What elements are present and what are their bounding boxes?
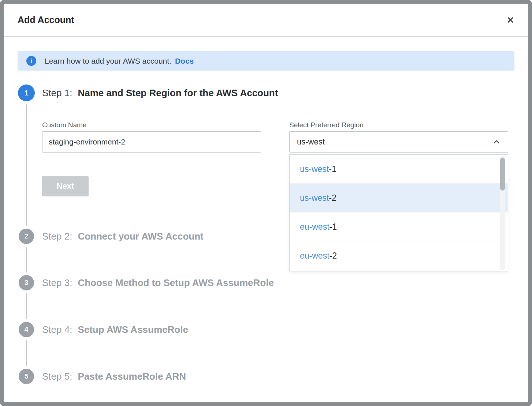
step-4-title: Setup AWS AssumeRole — [78, 324, 188, 335]
next-button[interactable]: Next — [42, 176, 89, 196]
docs-link[interactable]: Docs — [175, 57, 194, 65]
step-3-badge: 3 — [19, 275, 34, 290]
banner-text: Learn how to add your AWS account. — [45, 57, 171, 65]
step-1-number: 1 — [24, 89, 29, 97]
region-option-us-west-1[interactable]: us-west-1 — [290, 155, 508, 184]
dropdown-scrollbar-track[interactable] — [500, 156, 505, 270]
close-icon[interactable]: ✕ — [506, 15, 514, 25]
step-4-label: Step 4: — [42, 324, 72, 335]
option-rest-text: -1 — [329, 164, 336, 174]
option-match-text: eu-west — [300, 251, 330, 261]
step-2-header: Step 2: Connect your AWS Account — [42, 228, 204, 245]
option-rest-text: -2 — [330, 251, 337, 261]
step-5-label: Step 5: — [42, 371, 72, 382]
step-1-badge: 1 — [18, 84, 35, 101]
step-5-number: 5 — [25, 372, 29, 380]
dropdown-scrollbar-thumb[interactable] — [500, 158, 505, 191]
step-4-number: 4 — [25, 326, 29, 334]
custom-name-input[interactable] — [42, 131, 261, 153]
custom-name-label: Custom Name — [42, 121, 86, 129]
option-rest-text: -2 — [329, 193, 336, 203]
region-dropdown-list: us-west-1 us-west-2 eu-west-1 eu-west-2 — [289, 154, 508, 271]
region-option-eu-west-1[interactable]: eu-west-1 — [290, 213, 508, 241]
preferred-region-select[interactable]: us-west — [289, 131, 508, 153]
region-option-us-west-2[interactable]: us-west-2 — [290, 184, 508, 213]
info-icon: i — [26, 56, 36, 66]
step-connector-4 — [26, 340, 27, 366]
modal-frame: Add Account ✕ i Learn how to add your AW… — [0, 0, 532, 406]
step-connector-2 — [26, 247, 27, 272]
step-2-number: 2 — [25, 232, 29, 240]
option-match-text: eu-west — [300, 222, 330, 232]
step-3-label: Step 3: — [42, 277, 72, 289]
step-5-header: Step 5: Paste AssumeRole ARN — [42, 368, 186, 385]
step-3-header: Step 3: Choose Method to Setup AWS Assum… — [42, 274, 274, 291]
step-2-badge: 2 — [19, 229, 34, 244]
step-5-title: Paste AssumeRole ARN — [78, 371, 186, 382]
preferred-region-label: Select Preferred Region — [289, 121, 364, 129]
step-1-title: Name and Step Region for the AWS Account — [78, 87, 278, 99]
step-1-label: Step 1: — [42, 87, 72, 99]
step-connector-3 — [26, 293, 27, 319]
chevron-up-icon — [492, 137, 501, 147]
info-banner: i Learn how to add your AWS account. Doc… — [18, 51, 514, 71]
modal-title: Add Account — [18, 15, 74, 25]
preferred-region-value: us-west — [297, 137, 325, 147]
step-3-title: Choose Method to Setup AWS AssumeRole — [78, 277, 274, 289]
step-3-number: 3 — [25, 279, 29, 287]
step-2-label: Step 2: — [42, 231, 72, 242]
step-2-title: Connect your AWS Account — [78, 231, 203, 242]
option-match-text: us-west — [300, 193, 329, 203]
option-rest-text: -1 — [330, 222, 337, 232]
step-4-header: Step 4: Setup AWS AssumeRole — [42, 321, 188, 338]
modal-header: Add Account ✕ — [4, 4, 528, 37]
region-option-eu-west-2[interactable]: eu-west-2 — [290, 241, 508, 270]
step-4-badge: 4 — [19, 322, 34, 337]
step-1-header: Step 1: Name and Step Region for the AWS… — [42, 84, 278, 101]
step-connector-1 — [26, 104, 27, 226]
step-5-badge: 5 — [19, 369, 34, 384]
option-match-text: us-west — [300, 164, 329, 174]
add-account-modal: Add Account ✕ i Learn how to add your AW… — [4, 4, 528, 402]
